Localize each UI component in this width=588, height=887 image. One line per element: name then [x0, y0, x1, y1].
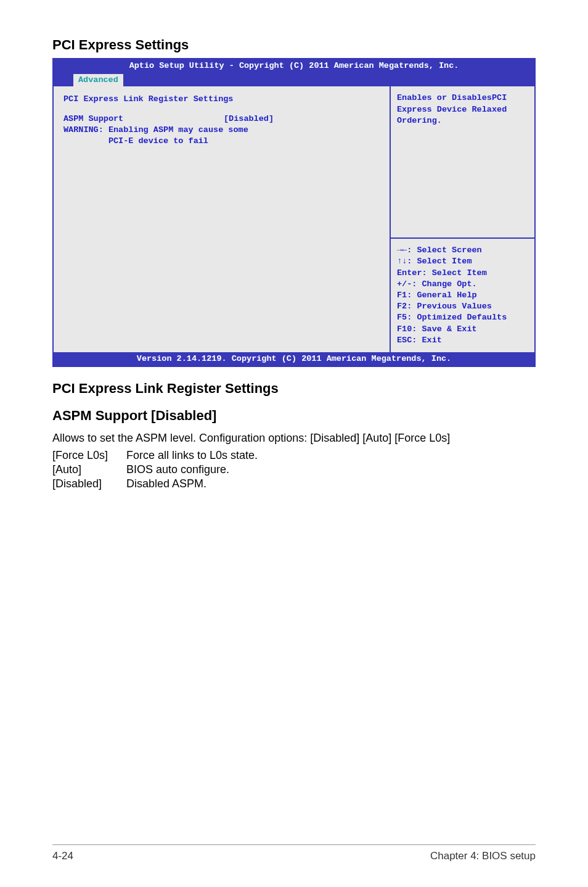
- nav-line: F5: Optimized Defaults: [397, 312, 528, 323]
- bios-footer: Version 2.14.1219. Copyright (C) 2011 Am…: [54, 352, 534, 366]
- help-line: Express Device Relaxed: [397, 104, 528, 115]
- bios-header: Aptio Setup Utility - Copyright (C) 2011…: [54, 59, 534, 85]
- nav-line: F1: General Help: [397, 290, 528, 301]
- bios-nav-hints: →←: Select Screen ↑↓: Select Item Enter:…: [391, 237, 534, 352]
- page-footer: 4-24 Chapter 4: BIOS setup: [52, 844, 536, 862]
- nav-line: →←: Select Screen: [397, 245, 528, 256]
- bios-screenshot: Aptio Setup Utility - Copyright (C) 2011…: [52, 58, 536, 367]
- bios-warning-line2: PCI-E device to fail: [63, 136, 380, 147]
- bios-right-panel: Enables or DisablesPCI Express Device Re…: [390, 86, 534, 352]
- page-number: 4-24: [52, 850, 73, 862]
- option-key: [Auto]: [52, 463, 126, 477]
- option-row: [Force L0s] Force all links to L0s state…: [52, 448, 536, 463]
- bios-help-description: Enables or DisablesPCI Express Device Re…: [391, 86, 534, 237]
- bios-section-title: PCI Express Link Register Settings: [63, 94, 380, 105]
- chapter-label: Chapter 4: BIOS setup: [430, 850, 536, 862]
- bios-warning-line1: WARNING: Enabling ASPM may cause some: [63, 125, 380, 136]
- sub-heading-aspm: ASPM Support [Disabled]: [52, 408, 536, 424]
- option-desc: Disabled ASPM.: [126, 477, 206, 491]
- help-line: Enables or DisablesPCI: [397, 93, 528, 104]
- bios-title-text: Aptio Setup Utility - Copyright (C) 2011…: [54, 60, 534, 72]
- nav-line: Enter: Select Item: [397, 268, 528, 279]
- option-key: [Disabled]: [52, 477, 126, 491]
- nav-line: F2: Previous Values: [397, 301, 528, 312]
- sub-heading-link-register: PCI Express Link Register Settings: [52, 381, 536, 397]
- option-row: [Disabled] Disabled ASPM.: [52, 477, 536, 491]
- nav-line: ESC: Exit: [397, 335, 528, 346]
- bios-setting-label: ASPM Support: [63, 113, 224, 125]
- option-row: [Auto] BIOS auto configure.: [52, 463, 536, 477]
- option-key: [Force L0s]: [52, 448, 126, 463]
- nav-line: F10: Save & Exit: [397, 324, 528, 335]
- nav-line: ↑↓: Select Item: [397, 256, 528, 267]
- description-text: Allows to set the ASPM level. Configurat…: [52, 431, 536, 445]
- help-line: Ordering.: [397, 115, 528, 126]
- option-desc: BIOS auto configure.: [126, 463, 229, 477]
- nav-line: +/-: Change Opt.: [397, 279, 528, 290]
- bios-body: PCI Express Link Register Settings ASPM …: [54, 85, 534, 352]
- section-heading: PCI Express Settings: [52, 37, 536, 53]
- option-desc: Force all links to L0s state.: [126, 448, 258, 463]
- bios-tab-row: Advanced: [54, 72, 534, 85]
- bios-setting-value: [Disabled]: [224, 113, 274, 125]
- bios-left-panel: PCI Express Link Register Settings ASPM …: [54, 86, 390, 352]
- bios-tab-advanced: Advanced: [72, 73, 125, 86]
- bios-setting-row: ASPM Support [Disabled]: [63, 113, 380, 125]
